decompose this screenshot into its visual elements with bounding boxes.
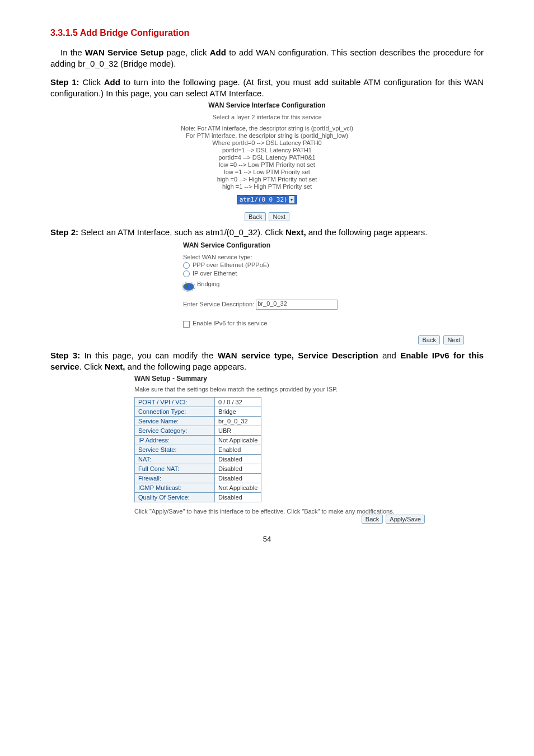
step3-text: Step 3: In this page, you can modify the…	[50, 350, 484, 373]
text: Select an ATM Interface, such as atm1/(0…	[78, 227, 285, 237]
service-desc-label: Enter Service Description:	[183, 301, 254, 307]
step2-text: Step 2: Select an ATM Interface, such as…	[50, 227, 484, 238]
text: In the	[60, 48, 85, 57]
text-bold: WAN Service Setup	[85, 48, 164, 57]
table-key: IP Address:	[135, 436, 215, 445]
shot3-title: WAN Setup - Summary	[134, 375, 425, 382]
radio-row: PPP over Ethernet (PPPoE)	[183, 262, 418, 269]
table-key: Firewall:	[135, 474, 215, 483]
interface-select[interactable]: atm1/(0_0_32)▾	[149, 190, 385, 204]
shot3-subtitle: Make sure that the settings below match …	[134, 386, 425, 393]
table-row: NAT:Disabled	[135, 455, 261, 464]
table-value: Disabled	[215, 464, 261, 474]
table-value: Not Applicable	[215, 436, 261, 445]
table-row: Service State:Enabled	[135, 445, 261, 455]
table-key: IGMP Multicast:	[135, 483, 215, 493]
screenshot-2: WAN Service Configuration Select WAN ser…	[116, 241, 418, 327]
radio-label: PPP over Ethernet (PPPoE)	[193, 262, 269, 268]
shot3-note-row: Click "Apply/Save" to have this interfac…	[134, 508, 425, 515]
back-button[interactable]: Back	[362, 515, 383, 524]
table-value: UBR	[215, 426, 261, 436]
text-bold: WAN service type, Service Description	[218, 351, 378, 360]
button-row: Back Next	[149, 212, 385, 221]
radio-bridging[interactable]	[183, 283, 194, 291]
select-value: atm1/(0_0_32)▾	[237, 195, 298, 204]
shot1-line: Note: For ATM interface, the descriptor …	[149, 125, 385, 132]
next-button[interactable]: Next	[269, 212, 289, 221]
table-value: Bridge	[215, 407, 261, 417]
table-row: Full Cone NAT:Disabled	[135, 464, 261, 474]
table-key: Connection Type:	[135, 407, 215, 417]
button-row-2: Back Next	[185, 334, 465, 344]
shot3-note: Click "Apply/Save" to have this interfac…	[134, 508, 395, 515]
bottom-buttons: Back Apply/Save	[361, 515, 425, 524]
back-button[interactable]: Back	[418, 335, 439, 344]
shot1-line: portId=1 --> DSL Latency PATH1	[149, 147, 385, 153]
screenshot-1: WAN Service Interface Configuration Sele…	[149, 101, 385, 221]
next-button[interactable]: Next	[443, 335, 464, 344]
radio-label: Bridging	[197, 281, 219, 287]
shot1-title: WAN Service Interface Configuration	[149, 101, 385, 109]
shot1-line: high =0 --> High PTM Priority not set	[149, 176, 385, 183]
shot1-line: low =1 --> Low PTM Priority set	[149, 169, 385, 175]
shot2-label: Select WAN service type:	[183, 254, 418, 260]
text: atm1/(0_0_32)	[240, 196, 288, 203]
radio-row: Bridging	[183, 278, 418, 291]
step1-text: Step 1: Click Add to turn into the follo…	[50, 77, 484, 100]
shot1-line: Select a layer 2 interface for this serv…	[149, 114, 385, 120]
table-row: Service Name:br_0_0_32	[135, 417, 261, 426]
table-value: Disabled	[215, 455, 261, 464]
table-row: Connection Type:Bridge	[135, 407, 261, 417]
table-row: PORT / VPI / VCI:0 / 0 / 32	[135, 398, 261, 407]
step3-label: Step 3:	[50, 351, 80, 360]
text: and the following page appears.	[306, 227, 428, 237]
step2-label: Step 2:	[50, 227, 78, 237]
radio-pppoe[interactable]	[183, 262, 190, 269]
text: and the following page appears.	[125, 362, 246, 371]
radio-ipoe[interactable]	[183, 270, 190, 277]
radio-row: IP over Ethernet	[183, 270, 418, 277]
table-key: Service State:	[135, 445, 215, 455]
shot1-line: For PTM interface, the descriptor string…	[149, 132, 385, 139]
text: and	[378, 351, 401, 360]
table-row: IGMP Multicast:Not Applicable	[135, 483, 261, 493]
page-number: 54	[50, 535, 484, 543]
shot2-title: WAN Service Configuration	[183, 241, 418, 249]
table-value: Enabled	[215, 445, 261, 455]
service-desc-row: Enter Service Description: br_0_0_32	[183, 300, 418, 310]
table-value: Disabled	[215, 474, 261, 483]
shot1-line: low =0 --> Low PTM Priority not set	[149, 161, 385, 168]
section-heading: 3.3.1.5 Add Bridge Configuration	[50, 28, 484, 38]
apply-save-button[interactable]: Apply/Save	[386, 515, 425, 524]
table-value: Not Applicable	[215, 483, 261, 493]
table-value: Disabled	[215, 493, 261, 502]
text: page, click	[163, 48, 209, 57]
table-row: Service Category:UBR	[135, 426, 261, 436]
intro-paragraph: In the WAN Service Setup page, click Add…	[50, 47, 484, 70]
service-desc-input[interactable]: br_0_0_32	[256, 300, 338, 310]
table-key: Full Cone NAT:	[135, 464, 215, 474]
table-row: Quality Of Service:Disabled	[135, 493, 261, 502]
ipv6-checkbox[interactable]	[183, 321, 190, 328]
shot1-line: high =1 --> High PTM Priority set	[149, 183, 385, 190]
screenshot-3: WAN Setup - Summary Make sure that the s…	[134, 375, 425, 524]
table-value: br_0_0_32	[215, 417, 261, 426]
text-bold: Add	[210, 48, 226, 57]
back-button[interactable]: Back	[245, 212, 266, 221]
table-key: NAT:	[135, 455, 215, 464]
table-key: PORT / VPI / VCI:	[135, 398, 215, 407]
table-row: Firewall:Disabled	[135, 474, 261, 483]
shot1-line: portId=4 --> DSL Latency PATH0&1	[149, 154, 385, 161]
text: In this page, you can modify the	[80, 351, 217, 360]
shot1-line: Where portId=0 --> DSL Latency PATH0	[149, 139, 385, 146]
ipv6-row: Enable IPv6 for this service	[183, 320, 418, 327]
text-bold: Next,	[285, 227, 306, 237]
table-value: 0 / 0 / 32	[215, 398, 261, 407]
ipv6-label: Enable IPv6 for this service	[193, 320, 267, 326]
radio-label: IP over Ethernet	[193, 270, 237, 277]
text: Click	[79, 77, 104, 87]
table-key: Quality Of Service:	[135, 493, 215, 502]
summary-table: PORT / VPI / VCI:0 / 0 / 32 Connection T…	[134, 397, 261, 502]
text-bold: Next,	[105, 362, 125, 371]
step1-label: Step 1:	[50, 77, 79, 87]
